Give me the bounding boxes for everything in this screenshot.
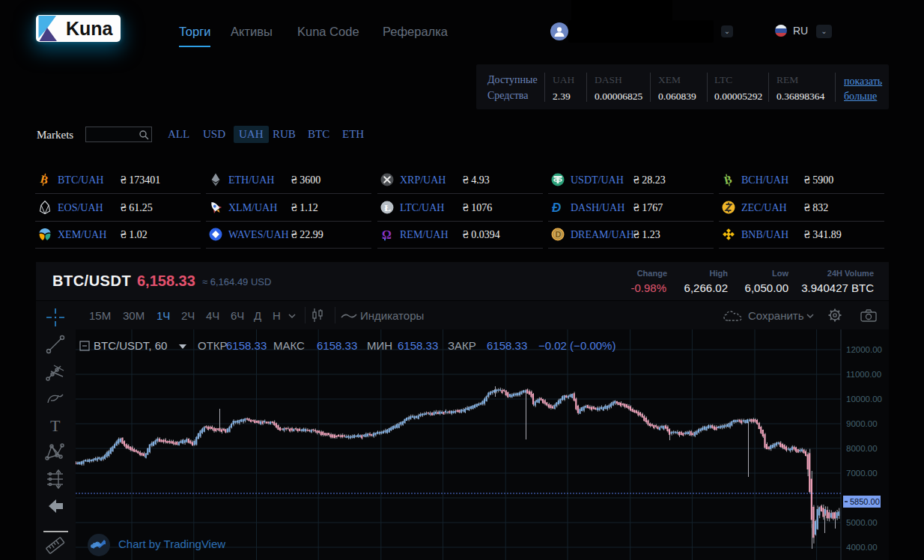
svg-text:12000.00: 12000.00 [846, 345, 882, 354]
svg-text:Ω: Ω [382, 228, 392, 241]
svg-text:D: D [556, 230, 562, 239]
svg-text:8000.00: 8000.00 [846, 444, 878, 453]
svg-text:9000.00: 9000.00 [846, 419, 878, 428]
svg-text:4000.00: 4000.00 [846, 543, 878, 552]
svg-text:7000.00: 7000.00 [846, 469, 878, 478]
svg-text:Đ: Đ [552, 201, 561, 214]
svg-text:10000.00: 10000.00 [846, 395, 882, 404]
svg-text:B: B [723, 173, 733, 186]
svg-text:T: T [50, 416, 61, 435]
svg-text:Chart by TradingView: Chart by TradingView [118, 538, 225, 550]
svg-text:5000.00: 5000.00 [846, 518, 878, 527]
svg-text:Ł: Ł [384, 201, 391, 213]
svg-text:5850.00: 5850.00 [850, 497, 880, 506]
svg-text:11000.00: 11000.00 [846, 370, 881, 379]
svg-text:B: B [39, 173, 49, 186]
svg-text:Kuna: Kuna [66, 18, 114, 39]
